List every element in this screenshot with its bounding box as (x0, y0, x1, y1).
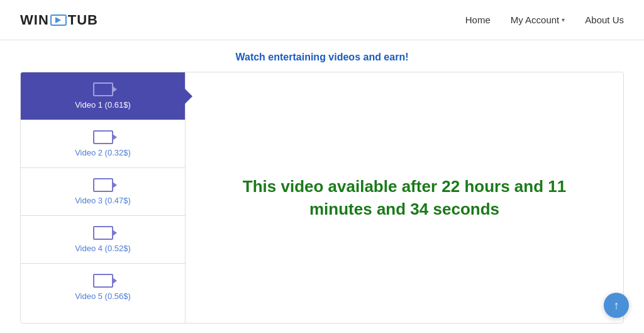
availability-message: This video available after 22 hours and … (216, 175, 593, 221)
video-list-item-2[interactable]: Video 2 (0.32$) (21, 120, 185, 168)
video-icon-3 (93, 178, 113, 192)
nav-home[interactable]: Home (465, 14, 491, 25)
main-content: Video 1 (0.61$)Video 2 (0.32$)Video 3 (0… (20, 72, 624, 324)
video-icon-1 (93, 82, 113, 96)
scroll-to-top-button[interactable]: ↑ (604, 293, 629, 318)
video-panel: This video available after 22 hours and … (186, 72, 623, 323)
site-logo: WIN TUB (20, 12, 98, 28)
logo-tub-text: TUB (68, 12, 98, 28)
video-sidebar: Video 1 (0.61$)Video 2 (0.32$)Video 3 (0… (21, 72, 186, 323)
video-label-3: Video 3 (0.47$) (75, 196, 131, 205)
video-list-item-4[interactable]: Video 4 (0.52$) (21, 216, 185, 264)
video-label-5: Video 5 (0.56$) (75, 291, 131, 301)
chevron-down-icon: ▾ (562, 16, 565, 23)
video-list-item-5[interactable]: Video 5 (0.56$) (21, 264, 185, 311)
video-label-1: Video 1 (0.61$) (75, 100, 131, 110)
video-list-item-3[interactable]: Video 3 (0.47$) (21, 168, 185, 216)
logo-play-icon (50, 14, 67, 26)
video-list-item-1[interactable]: Video 1 (0.61$) (21, 72, 185, 120)
site-header: WIN TUB Home My Account ▾ About Us (0, 0, 644, 40)
nav-my-account[interactable]: My Account ▾ (511, 14, 565, 25)
video-label-4: Video 4 (0.52$) (75, 244, 131, 253)
page-tagline: Watch entertaining videos and earn! (0, 40, 644, 72)
video-icon-2 (93, 130, 113, 144)
video-icon-5 (93, 274, 113, 288)
main-nav: Home My Account ▾ About Us (465, 14, 624, 25)
video-label-2: Video 2 (0.32$) (75, 148, 131, 157)
logo-win-text: WIN (20, 12, 49, 28)
nav-about-us[interactable]: About Us (585, 14, 624, 25)
video-icon-4 (93, 226, 113, 240)
